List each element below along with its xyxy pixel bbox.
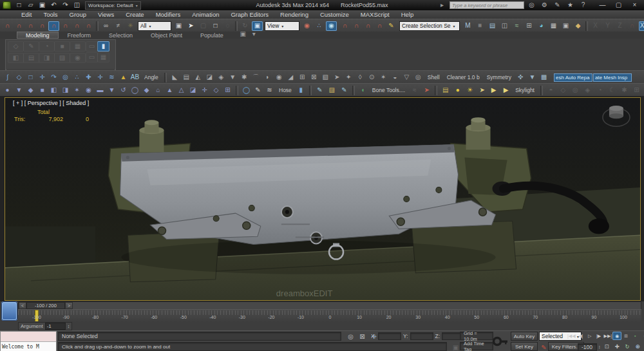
coordsys-dropdown[interactable]: View ▾ [265, 21, 299, 31]
light-spot[interactable]: ➤ [477, 86, 488, 95]
poly-tool-9[interactable]: ◗ [262, 73, 273, 82]
pm-toggle-command-panel[interactable]: ▮ [97, 41, 109, 52]
argument-spinner[interactable]: ↕ [68, 324, 70, 328]
unlink-selection[interactable]: ≠ [113, 21, 124, 31]
shell-button[interactable]: Shell [424, 74, 443, 81]
layout-grid[interactable]: ⊞ [621, 332, 630, 340]
pm-tool-6[interactable]: ◧ [8, 53, 24, 63]
prim-tetra[interactable]: △ [176, 86, 187, 95]
pm-tool-3[interactable]: ◔ [39, 41, 55, 52]
dim-tool-3[interactable]: ◎ [570, 86, 581, 95]
menu-customize[interactable]: Customize [314, 11, 355, 18]
light-omni[interactable]: ● [452, 86, 463, 95]
paint-deform-3[interactable]: ✎ [339, 86, 350, 95]
select-and-link[interactable]: ∞ [100, 21, 111, 31]
poly-tool-21[interactable]: ▽ [401, 73, 412, 82]
snap-magnet-2[interactable]: ∩ [14, 21, 24, 31]
prim-prism-r[interactable]: ◨ [60, 86, 71, 95]
workspace-dropdown[interactable]: Workspace: Default ▾ [85, 1, 141, 10]
redo[interactable]: ↷ [60, 1, 71, 10]
checker-tool[interactable]: ▩ [538, 73, 549, 82]
poly-tool-7[interactable]: ✱ [239, 73, 250, 82]
skylight-button[interactable]: Skylight [512, 87, 538, 93]
percent-snap-toggle[interactable]: ∩ [363, 21, 374, 31]
flask-tool[interactable]: ✜ [515, 73, 526, 82]
layer-manager[interactable]: ▤ [487, 21, 498, 31]
flashlight-1[interactable]: ▶ [488, 86, 499, 95]
spline-tool[interactable]: ∫ [2, 73, 13, 82]
circle-select-tool[interactable]: ◎ [60, 73, 71, 82]
tab-freeform[interactable]: Freeform [59, 32, 100, 39]
dots-tool[interactable]: ∴ [71, 73, 82, 82]
key-mode-toggle[interactable]: ◉ [612, 332, 621, 340]
menu-group[interactable]: Group [64, 11, 92, 18]
bone-tools-button[interactable]: Bone Tools.... [369, 87, 408, 93]
rectangular-region[interactable]: □ [210, 21, 221, 31]
listener-output-row[interactable]: Welcome to M [1, 342, 56, 351]
search-input[interactable] [450, 1, 524, 9]
poly-tool-22[interactable]: ◎ [413, 73, 424, 82]
mesh-auto-repair-button[interactable]: esh Auto Repa [554, 73, 592, 82]
isolate-selection-toggle[interactable]: ◎ [345, 332, 356, 341]
perspective-viewport[interactable]: [ + ] [ Perspective ] [ Shaded ] Total T… [5, 97, 641, 301]
prim-chamfer-box[interactable]: ◪ [187, 86, 198, 95]
prim-cross[interactable]: ✛ [199, 86, 210, 95]
poly-tool-5[interactable]: ◈ [216, 73, 227, 82]
menu-tools[interactable]: Tools [37, 11, 63, 18]
pm-side-1[interactable]: ▭ [86, 41, 98, 52]
paint-deform-2[interactable]: ▨ [327, 86, 337, 95]
argument-field[interactable]: -1 [45, 323, 66, 330]
dim-tool-1[interactable]: ◓ [545, 86, 556, 95]
poly-tool-3[interactable]: ◭ [193, 73, 204, 82]
poly-tool-17[interactable]: ◊ [355, 73, 366, 82]
poly-tool-11[interactable]: ◢ [285, 73, 296, 82]
poly-tool-10[interactable]: ◉ [274, 73, 285, 82]
cleaner-button[interactable]: Cleaner 1.0 b [444, 74, 483, 81]
center-tool[interactable]: ✛ [95, 73, 106, 82]
bone-chain[interactable]: ≈ [409, 86, 420, 95]
max-logo-icon[interactable] [3, 1, 11, 9]
pm-tool-2[interactable]: ✎ [23, 41, 39, 52]
snap-magnet-spinner[interactable]: ∩ [83, 21, 94, 31]
snap-magnet-1[interactable]: ∩ [2, 21, 13, 31]
poly-tool-6[interactable]: ▼ [227, 73, 238, 82]
render-production[interactable]: ◆ [573, 21, 583, 31]
mirror[interactable]: M [462, 21, 473, 31]
auto-key-button[interactable]: Auto Key [511, 332, 538, 341]
prim-geosphere[interactable]: ◉ [83, 86, 94, 95]
pm-tool-9[interactable]: ▨ [54, 53, 70, 63]
time-slider-thumb[interactable]: -100 / 200 [26, 302, 65, 309]
angle-snap-toggle[interactable]: ∩ [351, 21, 362, 31]
pm-tool-7[interactable]: ▤ [23, 53, 39, 63]
prim-cone[interactable]: ▼ [14, 86, 24, 95]
dim-tool-6[interactable]: ☾ [607, 86, 618, 95]
weld-tool[interactable]: ▼ [527, 73, 538, 82]
maximize-viewport-toggle[interactable]: ⊕ [633, 343, 643, 351]
snap-mode[interactable]: ∴ [314, 21, 325, 31]
pm-tool-8[interactable]: ◨ [39, 53, 55, 63]
bone-create[interactable]: ◖ [357, 86, 368, 95]
edge-tool[interactable]: □ [25, 73, 36, 82]
snap-magnet-5[interactable]: ∩ [48, 21, 59, 31]
menu-views[interactable]: Views [92, 11, 120, 18]
menu-create[interactable]: Create [120, 11, 150, 18]
hose-button[interactable]: Hose [276, 87, 295, 93]
angle-button[interactable]: Angle [141, 74, 162, 81]
poly-tool-18[interactable]: ⊙ [366, 73, 377, 82]
menu-edit[interactable]: Edit [15, 11, 37, 18]
poly-tool-15[interactable]: ➤ [332, 73, 343, 82]
undo[interactable]: ↶ [48, 1, 59, 10]
axis-x[interactable]: X [590, 21, 601, 31]
flashlight-2[interactable]: ▶ [500, 86, 511, 95]
capsule-tool[interactable]: ▮ [296, 86, 307, 95]
menu-graph-editors[interactable]: Graph Editors [225, 11, 274, 18]
go-to-end[interactable]: ▶▶| [603, 332, 613, 340]
snap-magnet-arrow[interactable]: ∩ [71, 21, 82, 31]
next-frame[interactable]: |▶ [594, 332, 603, 340]
close-window[interactable]: × [629, 1, 640, 10]
rotate-arc-tool[interactable]: ↷ [48, 73, 59, 82]
material-editor[interactable]: ◕ [536, 21, 547, 31]
prim-star[interactable]: ✶ [71, 86, 82, 95]
poly-tool-2[interactable]: ▤ [181, 73, 192, 82]
tab-populate[interactable]: Populate [191, 32, 232, 39]
